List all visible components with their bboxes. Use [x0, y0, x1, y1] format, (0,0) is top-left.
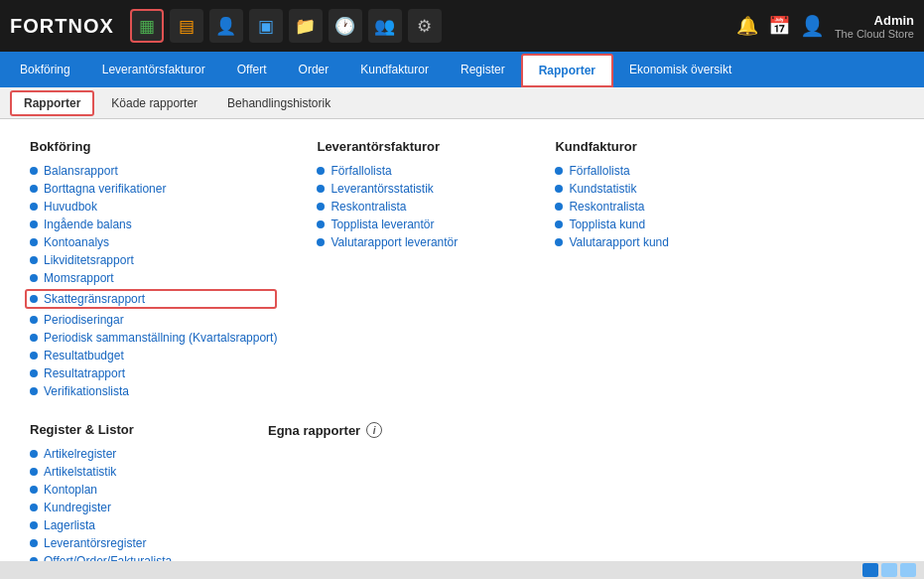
link-resultatbudget[interactable]: Resultatbudget: [30, 349, 277, 362]
kundfakturor-title: Kundfakturor: [555, 139, 753, 154]
egna-rapporter-section: Egna rapporter i: [268, 422, 466, 572]
calendar-icon[interactable]: 📅: [768, 15, 790, 37]
link-lev-reskontralista[interactable]: Reskontralista: [317, 200, 515, 214]
link-ingaende-balans[interactable]: Ingående balans: [30, 217, 277, 231]
folder-nav-icon[interactable]: 📁: [289, 9, 323, 43]
egna-rapporter-title: Egna rapporter i: [268, 422, 466, 438]
subtab-koade-rapporter[interactable]: Köade rapporter: [98, 91, 210, 115]
invoice-symbol: ▤: [179, 16, 195, 37]
link-lev-valutarapport[interactable]: Valutarapport leverantör: [317, 235, 515, 249]
link-lev-topplista[interactable]: Topplista leverantör: [317, 217, 515, 231]
logo: FORTNOX: [10, 15, 114, 38]
register-listor-title: Register & Listor: [30, 422, 228, 437]
tab-rapporter[interactable]: Rapporter: [521, 54, 613, 87]
bullet-lev-t: [317, 220, 325, 228]
egna-rapporter-info-icon[interactable]: i: [366, 422, 382, 438]
subtab-behandlingshistorik[interactable]: Behandlingshistorik: [214, 91, 343, 115]
main-tab-bar: Bokföring Leverantörsfakturor Offert Ord…: [0, 52, 924, 87]
link-kontoanalys[interactable]: Kontoanalys: [30, 235, 277, 249]
monitor-symbol: ▣: [258, 16, 274, 37]
bottom-btn-2[interactable]: [881, 563, 897, 577]
subtab-rapporter[interactable]: Rapporter: [10, 90, 94, 116]
leverantorsfakturor-section: Leverantörsfakturor Förfallolista Levera…: [317, 139, 515, 402]
bottom-btn-1[interactable]: [862, 563, 878, 577]
register-listor-section: Register & Listor Artikelregister Artike…: [30, 422, 228, 572]
bullet-period: [30, 316, 38, 324]
bullet-moms: [30, 274, 38, 282]
topbar: FORTNOX ▦ ▤ 👤 ▣ 📁 🕐 👥 ⚙ 🔔 📅 👤 Admin The …: [0, 0, 924, 52]
bullet-ingaende: [30, 220, 38, 228]
sub-tab-bar: Rapporter Köade rapporter Behandlingshis…: [0, 87, 924, 119]
bullet-kund-s: [555, 185, 563, 193]
link-periodiseringar[interactable]: Periodiseringar: [30, 313, 277, 327]
settings-nav-icon[interactable]: ⚙: [408, 9, 442, 43]
monitor-nav-icon[interactable]: ▣: [249, 9, 283, 43]
ledger-nav-icon[interactable]: ▦: [130, 9, 164, 43]
bullet-kund-f: [555, 167, 563, 175]
link-kundstatistik[interactable]: Kundstatistik: [555, 182, 753, 196]
notification-icon[interactable]: 🔔: [736, 15, 758, 37]
link-skattegransrapport[interactable]: Skattegränsrapport: [25, 289, 277, 309]
tab-bokforing[interactable]: Bokföring: [4, 52, 86, 87]
bullet-lager: [30, 521, 38, 529]
tab-leverantorsfakturor[interactable]: Leverantörsfakturor: [86, 52, 221, 87]
bullet-likviditet: [30, 256, 38, 264]
bullet-lev-v: [317, 238, 325, 246]
user-symbol: 👤: [215, 16, 236, 37]
link-kund-forfallolista[interactable]: Förfallolista: [555, 164, 753, 178]
bullet-art-r: [30, 450, 38, 458]
bullet-skatt: [30, 295, 38, 303]
people-symbol: 👥: [374, 16, 395, 37]
link-leverantorsregister[interactable]: Leverantörsregister: [30, 536, 228, 550]
top-columns: Bokföring Balansrapport Borttagna verifi…: [30, 139, 894, 402]
ledger-symbol: ▦: [139, 16, 155, 37]
link-verifikationslista[interactable]: Verifikationslista: [30, 384, 277, 398]
tab-order[interactable]: Order: [283, 52, 345, 87]
bullet-kontoanalys: [30, 238, 38, 246]
bullet-kund-r: [555, 203, 563, 211]
link-periodisk[interactable]: Periodisk sammanställning (Kvartalsrappo…: [30, 331, 277, 345]
bullet-lev-f: [317, 167, 325, 175]
link-momsrapport[interactable]: Momsrapport: [30, 271, 277, 285]
invoice-nav-icon[interactable]: ▤: [170, 9, 203, 43]
clock-nav-icon[interactable]: 🕐: [329, 9, 362, 43]
leverantorsfakturor-title: Leverantörsfakturor: [317, 139, 515, 154]
user-nav-icon[interactable]: 👤: [209, 9, 243, 43]
link-borttagna[interactable]: Borttagna verifikationer: [30, 182, 277, 196]
bullet-huvudbok: [30, 203, 38, 211]
user-avatar-icon[interactable]: 👤: [800, 14, 825, 38]
link-lagerlista[interactable]: Lagerlista: [30, 518, 228, 532]
link-artikelstatistik[interactable]: Artikelstatistik: [30, 465, 228, 479]
bottom-btn-3[interactable]: [900, 563, 916, 577]
link-topplista-kund[interactable]: Topplista kund: [555, 217, 753, 231]
bullet-verif: [30, 387, 38, 395]
gear-symbol: ⚙: [417, 16, 432, 37]
content-area: Bokföring Balansrapport Borttagna verifi…: [0, 119, 924, 579]
user-info: Admin The Cloud Store: [835, 13, 914, 40]
topbar-right: 🔔 📅 👤 Admin The Cloud Store: [736, 13, 914, 40]
link-balansrapport[interactable]: Balansrapport: [30, 164, 277, 178]
link-kund-reskontralista[interactable]: Reskontralista: [555, 200, 753, 214]
link-huvudbok[interactable]: Huvudbok: [30, 200, 277, 214]
link-lev-forfallolista[interactable]: Förfallolista: [317, 164, 515, 178]
link-artikelregister[interactable]: Artikelregister: [30, 447, 228, 461]
people-nav-icon[interactable]: 👥: [368, 9, 402, 43]
tab-ekonomisk-oversikt[interactable]: Ekonomisk översikt: [613, 52, 747, 87]
link-lev-statistik[interactable]: Leverantörsstatistik: [317, 182, 515, 196]
tab-kundfakturor[interactable]: Kundfakturor: [344, 52, 445, 87]
folder-symbol: 📁: [295, 16, 316, 37]
bullet-periodisk: [30, 334, 38, 342]
link-resultatrapport[interactable]: Resultatrapport: [30, 366, 277, 380]
bullet-kontoplan: [30, 486, 38, 494]
tab-offert[interactable]: Offert: [221, 52, 283, 87]
link-kundregister[interactable]: Kundregister: [30, 501, 228, 514]
link-likviditetsrapport[interactable]: Likviditetsrapport: [30, 253, 277, 267]
link-valutarapport-kund[interactable]: Valutarapport kund: [555, 235, 753, 249]
tab-register[interactable]: Register: [445, 52, 521, 87]
bottom-columns: Register & Listor Artikelregister Artike…: [30, 422, 894, 572]
bullet-resultatbudget: [30, 352, 38, 360]
bullet-kund-v: [555, 238, 563, 246]
link-kontoplan[interactable]: Kontoplan: [30, 483, 228, 497]
bullet-balansrapport: [30, 167, 38, 175]
bullet-lev-r: [317, 203, 325, 211]
